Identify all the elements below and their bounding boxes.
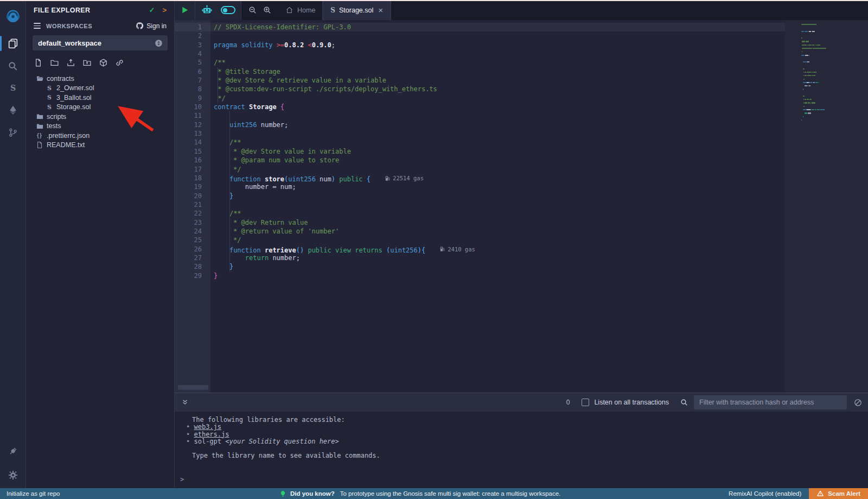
file-explorer-icon[interactable] — [0, 33, 26, 54]
plugin-manager-icon[interactable] — [0, 440, 26, 462]
git-init-button[interactable]: Initialize as git repo — [0, 490, 60, 497]
chevron-right-icon[interactable]: > — [162, 6, 167, 14]
workspace-selector[interactable]: default_workspace — [33, 35, 168, 50]
git-icon[interactable] — [0, 122, 26, 143]
terminal-line: • ethers.js — [192, 431, 868, 438]
panel-header: FILE EXPLORER ✓ > — [26, 0, 174, 17]
tree-item-readme-txt[interactable]: README.txt — [26, 141, 174, 150]
indent-guide-icon — [218, 94, 218, 103]
indent-guide-icon — [229, 156, 230, 165]
tree-item--prettierrc-json[interactable]: {}.prettierrc.json — [26, 131, 174, 141]
code-line: 18 function store(uint256 num) public {2… — [175, 174, 785, 182]
minimap-line — [801, 116, 868, 117]
zoom-in-icon[interactable] — [263, 5, 272, 15]
horizontal-scrollbar[interactable] — [178, 385, 208, 390]
code-text: */ — [202, 236, 785, 244]
remixai-robot-icon[interactable] — [201, 4, 213, 16]
terminal-line: Type the library name to see available c… — [192, 452, 868, 459]
tree-item-scripts[interactable]: scripts — [26, 112, 174, 122]
code-line: 11 — [175, 111, 785, 120]
file-name: scripts — [47, 113, 66, 121]
indent-guide-icon — [229, 262, 230, 271]
indent-guide-icon — [218, 85, 218, 93]
code-line: 21 — [175, 200, 785, 209]
copilot-toggle[interactable] — [221, 6, 235, 14]
terminal-line: • web3.js — [192, 424, 868, 431]
scam-alert-label: Scam Alert — [828, 490, 860, 497]
minimap-line — [801, 65, 868, 66]
library-link[interactable]: web3.js — [194, 423, 221, 431]
code-text: * @title Storage — [202, 67, 785, 76]
tree-item-contracts[interactable]: contracts — [26, 74, 174, 84]
close-tab-icon[interactable]: × — [378, 5, 383, 15]
tree-item-2-owner-sol[interactable]: S2_Owner.sol — [26, 84, 174, 93]
transaction-filter-input[interactable] — [694, 395, 847, 409]
svg-text:S: S — [10, 84, 15, 92]
terminal-output: The following libraries are accessible:•… — [175, 412, 868, 460]
code-editor[interactable]: 1// SPDX-License-Identifier: GPL-3.023pr… — [175, 20, 868, 393]
terminal-prompt[interactable]: > — [180, 476, 184, 483]
tree-item-3-ballot-sol[interactable]: S3_Ballot.sol — [26, 93, 174, 103]
file-name: 2_Owner.sol — [56, 84, 94, 92]
line-number: 14 — [175, 138, 202, 147]
file-name: tests — [47, 122, 61, 130]
tab-storage-sol[interactable]: S Storage.sol × — [323, 0, 391, 20]
library-link[interactable]: ethers.js — [194, 431, 229, 438]
listen-all-transactions-checkbox[interactable] — [582, 399, 589, 406]
line-number: 6 — [175, 67, 202, 76]
tree-item-tests[interactable]: tests — [26, 122, 174, 131]
json-icon: {} — [35, 132, 44, 138]
tab-label: Home — [297, 7, 315, 14]
solidity-file-icon: S — [330, 7, 335, 14]
minimap-line — [801, 34, 868, 35]
tree-item-storage-sol[interactable]: SStorage.sol — [26, 103, 174, 112]
copilot-status[interactable]: RemixAI Copilot (enabled) — [729, 490, 801, 497]
tip-text: To prototype using the Gnosis safe multi… — [340, 490, 561, 497]
upload-folder-icon[interactable] — [82, 58, 92, 67]
create-folder-icon[interactable] — [50, 58, 59, 67]
minimap-line — [801, 102, 868, 103]
deploy-and-run-icon[interactable] — [0, 99, 26, 121]
run-script-button[interactable] — [180, 5, 189, 15]
solidity-compiler-icon[interactable]: S — [0, 77, 26, 99]
clear-console-icon[interactable] — [853, 398, 863, 407]
code-text: */ — [202, 165, 785, 174]
code-text: uint256 number; — [202, 121, 785, 129]
minimap[interactable] — [785, 20, 868, 393]
editor-column: Home S Storage.sol × 1// SPDX-License-Id… — [175, 0, 868, 488]
ipfs-box-icon[interactable] — [99, 58, 108, 67]
code-text: * @return value of 'number' — [202, 227, 785, 236]
copilot-group — [195, 0, 241, 20]
minimap-line — [801, 112, 868, 113]
workspace-sort-icon — [154, 39, 163, 48]
code-content: 1// SPDX-License-Identifier: GPL-3.023pr… — [175, 23, 785, 280]
gas-estimate-badge: 2410 gas — [439, 245, 475, 254]
line-number: 10 — [175, 103, 202, 111]
link-icon[interactable] — [115, 58, 124, 67]
search-icon — [680, 398, 688, 407]
zoom-out-icon[interactable] — [248, 5, 257, 15]
remix-logo-icon[interactable] — [0, 4, 26, 29]
workspaces-menu-icon[interactable] — [34, 23, 41, 29]
terminal[interactable]: The following libraries are accessible:•… — [175, 412, 868, 488]
minimap-line — [801, 119, 868, 121]
file-name: README.txt — [47, 141, 85, 149]
minimap-line — [801, 79, 868, 80]
file-name: .prettierrc.json — [47, 132, 90, 140]
create-file-icon[interactable] — [34, 58, 43, 67]
sign-in-button[interactable]: Sign in — [136, 22, 167, 30]
indent-guide-icon — [229, 236, 230, 244]
search-icon[interactable] — [0, 55, 26, 77]
scam-alert-button[interactable]: Scam Alert — [809, 488, 868, 499]
tab-home[interactable]: Home — [278, 0, 322, 20]
upload-file-icon[interactable] — [66, 58, 75, 67]
expand-terminal-icon[interactable] — [181, 399, 189, 406]
code-text — [202, 111, 785, 120]
code-line: 22 /** — [175, 209, 785, 218]
indent-guide-icon — [229, 254, 230, 262]
settings-icon[interactable] — [0, 464, 26, 486]
minimap-line — [801, 31, 868, 32]
listen-all-transactions-label: Listen on all transactions — [594, 399, 669, 406]
minimap-line — [801, 106, 868, 107]
workspaces-row: WORKSPACES Sign in — [26, 17, 174, 32]
